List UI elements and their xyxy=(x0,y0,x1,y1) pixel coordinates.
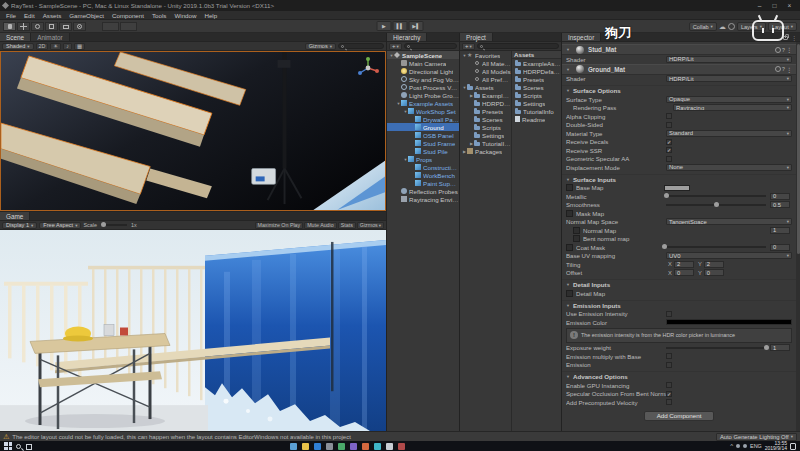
gear-icon[interactable] xyxy=(775,66,781,72)
scene-search-input[interactable] xyxy=(338,43,384,49)
checkbox-specular-occlusion-from-bent-normal[interactable]: ✓ xyxy=(666,391,672,397)
game-toolbar-mute-audio[interactable]: Mute Audio xyxy=(304,222,337,229)
start-button[interactable] xyxy=(4,442,12,450)
status-message[interactable]: The editor layout could not be fully loa… xyxy=(12,434,713,440)
tree-item[interactable]: ▼Favorites xyxy=(460,51,511,59)
account-icon[interactable] xyxy=(728,23,735,30)
tree-item[interactable]: Paint Supplies xyxy=(387,179,459,187)
list-item[interactable]: Scenes xyxy=(512,83,561,91)
volume-icon[interactable] xyxy=(743,444,747,448)
menu-help[interactable]: Help xyxy=(200,11,221,19)
list-item[interactable]: Presets xyxy=(512,75,561,83)
menu-edit[interactable]: Edit xyxy=(20,11,39,19)
checkbox-add-precomputed-velocity[interactable] xyxy=(666,399,672,405)
tree-item[interactable]: ▼WorkShop Set xyxy=(387,107,459,115)
section-header-advanced-options[interactable]: ▼Advanced Options xyxy=(562,371,796,381)
scale-slider-knob[interactable] xyxy=(101,222,106,227)
taskbar-app-icon[interactable] xyxy=(362,443,369,450)
checkbox-emission[interactable] xyxy=(666,362,672,368)
value-offset-x[interactable]: 0 xyxy=(674,269,694,276)
scene-orientation-gizmo[interactable] xyxy=(355,55,381,81)
list-item[interactable]: Settings xyxy=(512,99,561,107)
create-button[interactable]: +▾ xyxy=(462,43,475,50)
list-item[interactable]: TutorialInfo xyxy=(512,107,561,115)
minimize-button[interactable]: – xyxy=(752,0,767,11)
space-toggle-button[interactable] xyxy=(120,22,137,31)
checkbox-use-emission-intensity[interactable] xyxy=(666,311,672,317)
value-smoothness[interactable]: 0.5 xyxy=(770,201,790,208)
cloud-services-icon[interactable]: ☁ xyxy=(719,22,726,31)
taskbar-app-icon[interactable] xyxy=(386,443,393,450)
material-header-ground-mat[interactable]: ▼Ground_Mat?⋮ xyxy=(562,64,796,75)
scene-viewport[interactable] xyxy=(0,51,386,211)
hierarchy-search-input[interactable] xyxy=(404,43,457,49)
value-coat-mask[interactable]: 0 xyxy=(770,244,790,251)
network-icon[interactable] xyxy=(736,444,740,448)
tree-item[interactable]: Post Process Volume xyxy=(387,83,459,91)
tree-item[interactable]: ▶ExampleAssets xyxy=(460,91,511,99)
taskbar-app-icon[interactable] xyxy=(326,443,333,450)
scene-effects-toggle[interactable]: ▦ xyxy=(74,43,85,50)
tree-item[interactable]: Settings xyxy=(460,131,511,139)
material-header-stud-mat[interactable]: ▼Stud_Mat?⋮ xyxy=(562,44,796,55)
foldout-arrow-icon[interactable]: ▼ xyxy=(566,67,570,72)
tree-item[interactable]: ▶Packages xyxy=(460,147,511,155)
play-button[interactable]: ▶ xyxy=(377,21,392,31)
taskbar-app-icon[interactable] xyxy=(374,443,381,450)
color-field-emission-color[interactable] xyxy=(666,319,792,325)
tree-item[interactable]: WorkBench xyxy=(387,171,459,179)
section-header-surface-inputs[interactable]: ▼Surface Inputs xyxy=(562,174,796,184)
tab-animator[interactable]: Animator xyxy=(31,33,70,41)
tab-inspector[interactable]: Inspector xyxy=(562,33,601,41)
warning-icon[interactable]: ⚠ xyxy=(3,432,9,442)
help-icon[interactable]: ? xyxy=(782,66,785,72)
taskbar-app-icon[interactable] xyxy=(350,443,357,450)
slider-knob[interactable] xyxy=(764,345,769,350)
slider-knob[interactable] xyxy=(662,244,667,249)
slider-coat-mask[interactable] xyxy=(664,246,766,248)
tree-item[interactable]: ▼SampleScene xyxy=(387,51,459,59)
tree-item[interactable]: ▼Assets xyxy=(460,83,511,91)
list-item[interactable]: Scripts xyxy=(512,91,561,99)
taskbar-search-icon[interactable] xyxy=(16,444,21,449)
tree-item[interactable]: Presets xyxy=(460,107,511,115)
checkbox-receive-ssr[interactable]: ✓ xyxy=(666,147,672,153)
field-normal-map-space[interactable]: TangentSpace▾ xyxy=(666,218,792,225)
hand-tool-button[interactable] xyxy=(3,22,16,31)
pause-button[interactable]: ▌▌ xyxy=(393,21,408,31)
kebab-menu-icon[interactable]: ⋮ xyxy=(791,34,797,41)
inspector-scrollbar[interactable] xyxy=(796,42,800,431)
kebab-menu-icon[interactable]: ⋮ xyxy=(786,46,792,53)
section-header-emission-inputs[interactable]: ▼Emission Inputs xyxy=(562,300,796,310)
slider-knob[interactable] xyxy=(714,202,719,207)
tree-item[interactable]: All Prefabs xyxy=(460,75,511,83)
tree-item[interactable]: Stud Pile xyxy=(387,147,459,155)
checkbox-geometric-specular-aa[interactable] xyxy=(666,156,672,162)
menu-file[interactable]: File xyxy=(2,11,20,19)
project-search-input[interactable] xyxy=(477,43,559,49)
tree-item[interactable]: Directional Light xyxy=(387,67,459,75)
tree-item[interactable]: Stud Frame xyxy=(387,139,459,147)
gear-icon[interactable] xyxy=(775,47,781,53)
tree-item[interactable]: Main Camera xyxy=(387,59,459,67)
taskbar-app-icon[interactable] xyxy=(338,443,345,450)
game-toolbar-stats[interactable]: Stats xyxy=(338,222,356,229)
menu-tools[interactable]: Tools xyxy=(148,11,170,19)
tree-item[interactable]: Raytracing Environment xyxy=(387,195,459,203)
task-view-icon[interactable] xyxy=(26,444,32,450)
scene-audio-toggle[interactable]: ♪ xyxy=(63,43,72,50)
list-item[interactable]: Readme xyxy=(512,115,561,123)
tree-item[interactable]: Scripts xyxy=(460,123,511,131)
game-viewport[interactable] xyxy=(0,230,386,431)
value-normal-map[interactable]: 1 xyxy=(770,227,790,234)
tab-game[interactable]: Game xyxy=(0,212,30,220)
taskbar-app-icon[interactable] xyxy=(398,443,405,450)
tree-item[interactable]: Scenes xyxy=(460,115,511,123)
checkbox-receive-decals[interactable]: ✓ xyxy=(666,139,672,145)
texture-slot[interactable] xyxy=(573,235,580,242)
value-exposure-weight[interactable]: 1 xyxy=(770,344,790,351)
taskbar-clock[interactable]: 13:55 2019/9/14 xyxy=(765,441,787,451)
collab-dropdown[interactable]: Collab▾ xyxy=(689,22,717,31)
slider-smoothness[interactable] xyxy=(666,204,766,206)
tree-item[interactable]: ▼Example Assets xyxy=(387,99,459,107)
